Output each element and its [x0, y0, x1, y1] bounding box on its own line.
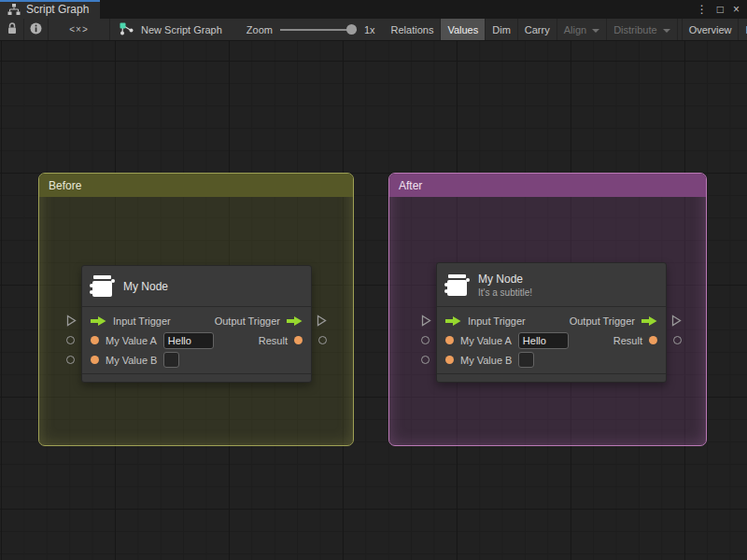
dim-button[interactable]: Dim: [486, 19, 518, 40]
output-trigger-label: Output Trigger: [215, 315, 280, 327]
node-my-node-before[interactable]: My Node Input Trigger Output Trigger: [81, 265, 312, 383]
value-a-input[interactable]: [163, 332, 214, 349]
maximize-icon[interactable]: □: [717, 0, 724, 19]
value-b-outer-port[interactable]: [421, 356, 430, 364]
value-a-port-icon[interactable]: [445, 336, 454, 344]
result-port-icon[interactable]: [649, 336, 657, 344]
output-trigger-outer-port[interactable]: [317, 315, 327, 327]
node-footer: [437, 373, 666, 382]
value-b-port-icon[interactable]: [91, 356, 99, 364]
zoom-slider-handle[interactable]: [346, 24, 357, 35]
view-buttons: Relations Values Dim Carry Align Distrib…: [385, 19, 747, 40]
node-header[interactable]: My Node It's a subtitle!: [437, 263, 666, 307]
tab-script-graph[interactable]: Script Graph: [0, 0, 100, 19]
value-b-port-icon[interactable]: [445, 356, 454, 364]
input-trigger-outer-port[interactable]: [421, 315, 431, 327]
group-after[interactable]: After My Node It's a subtitle!: [388, 173, 707, 446]
zoom-label: Zoom: [247, 24, 273, 35]
input-trigger-label: Input Trigger: [468, 315, 526, 327]
value-b-label: My Value B: [106, 355, 157, 366]
graph-canvas[interactable]: Before My Node: [0, 41, 747, 560]
chevron-down-icon: [592, 29, 599, 33]
value-a-label: My Value A: [460, 335, 512, 346]
graph-hierarchy-icon: [7, 4, 21, 15]
group-before-title: Before: [49, 179, 81, 192]
zoom-value: 1x: [364, 24, 375, 35]
carry-button[interactable]: Carry: [518, 19, 557, 40]
window-controls: ⋮ □ ×: [697, 0, 747, 19]
code-preview-button[interactable]: <×>: [49, 19, 110, 40]
result-outer-port[interactable]: [673, 336, 682, 344]
value-a-port-icon[interactable]: [91, 336, 99, 344]
tab-title: Script Graph: [26, 3, 89, 16]
value-a-outer-port[interactable]: [66, 336, 75, 344]
input-trigger-label: Input Trigger: [113, 315, 171, 327]
code-preview-icon: <×>: [69, 24, 89, 35]
value-a-label: My Value A: [106, 335, 157, 346]
result-port-icon[interactable]: [294, 336, 303, 344]
tab-bar: Script Graph ⋮ □ ×: [0, 0, 747, 19]
lock-button[interactable]: [0, 19, 24, 40]
relations-button[interactable]: Relations: [385, 19, 442, 40]
node-ports: Input Trigger Output Trigger My V: [437, 307, 666, 373]
node-my-node-after[interactable]: My Node It's a subtitle! Input Trigger: [436, 262, 667, 383]
input-trigger-port-icon[interactable]: [445, 315, 461, 327]
value-b-row: My Value B: [82, 350, 311, 370]
node-subtitle: It's a subtitle!: [478, 287, 532, 298]
menu-icon[interactable]: ⋮: [697, 0, 708, 19]
value-a-row: My Value A Result: [82, 330, 311, 350]
value-b-input[interactable]: [518, 352, 534, 368]
group-after-header[interactable]: After: [389, 174, 706, 197]
node-header[interactable]: My Node: [82, 266, 311, 307]
inspector-button[interactable]: [24, 19, 49, 40]
toolbar: <×> New Script Graph Zoom 1x: [0, 19, 747, 41]
full-screen-button[interactable]: Full Screen: [739, 19, 747, 40]
group-after-title: After: [399, 179, 422, 192]
script-graph-window: Script Graph ⋮ □ ×: [0, 0, 747, 560]
group-before[interactable]: Before My Node: [38, 173, 354, 446]
distribute-dropdown[interactable]: Distribute: [607, 19, 677, 40]
value-b-outer-port[interactable]: [66, 356, 75, 364]
output-trigger-outer-port[interactable]: [671, 315, 682, 327]
node-title: My Node: [478, 273, 532, 286]
result-label: Result: [259, 335, 288, 346]
unit-node-icon: [447, 274, 467, 296]
value-b-input[interactable]: [163, 352, 179, 368]
new-graph-icon: [120, 22, 134, 37]
output-trigger-port-icon[interactable]: [287, 315, 303, 327]
unit-node-icon: [92, 275, 112, 297]
info-icon: [30, 22, 42, 36]
value-a-input[interactable]: [518, 332, 569, 349]
node-ports: Input Trigger Output Trigger My V: [82, 307, 311, 373]
close-icon[interactable]: ×: [733, 0, 740, 19]
graph-breadcrumb[interactable]: New Script Graph: [110, 19, 232, 40]
group-before-header[interactable]: Before: [39, 174, 353, 197]
trigger-row: Input Trigger Output Trigger: [82, 311, 311, 330]
lock-icon: [7, 22, 18, 36]
input-trigger-outer-port[interactable]: [66, 315, 77, 327]
output-trigger-label: Output Trigger: [570, 315, 635, 327]
node-title: My Node: [123, 280, 168, 293]
value-b-row: My Value B: [437, 350, 666, 370]
value-a-row: My Value A Result: [437, 330, 666, 350]
result-label: Result: [613, 335, 642, 346]
value-b-label: My Value B: [460, 355, 512, 366]
zoom-control: Zoom 1x: [232, 19, 385, 40]
trigger-row: Input Trigger Output Trigger: [437, 311, 666, 330]
overview-button[interactable]: Overview: [683, 19, 740, 40]
result-outer-port[interactable]: [318, 336, 327, 344]
values-button[interactable]: Values: [441, 19, 486, 40]
zoom-slider-track: [280, 29, 357, 31]
node-footer: [82, 373, 311, 382]
output-trigger-port-icon[interactable]: [641, 315, 657, 327]
graph-name-label: New Script Graph: [141, 24, 222, 35]
align-dropdown[interactable]: Align: [557, 19, 607, 40]
input-trigger-port-icon[interactable]: [91, 315, 106, 327]
zoom-slider[interactable]: [280, 19, 357, 41]
value-a-outer-port[interactable]: [421, 336, 430, 344]
chevron-down-icon: [663, 29, 670, 33]
